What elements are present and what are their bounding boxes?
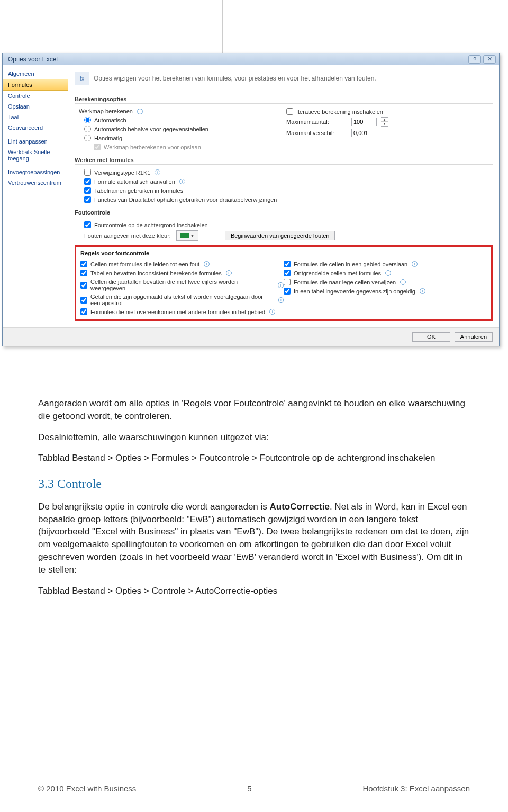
sidebar-item-lint[interactable]: Lint aanpassen [3,136,68,147]
rule-check-right-0[interactable] [284,261,291,267]
page-footer: © 2010 Excel with Business 5 Hoofdstuk 3… [38,784,470,793]
document-body: Aangeraden wordt om alle opties in 'Rege… [38,397,470,608]
dialog-titlebar[interactable]: Opties voor Excel ? ✕ [3,53,499,65]
doc-heading-3-3: 3.3 Controle [38,475,470,493]
info-icon[interactable]: i [226,270,232,276]
info-icon[interactable]: i [412,261,418,267]
formulas-pane-icon: fx [75,72,89,85]
error-color-label: Fouten aangeven met deze kleur: [84,233,171,239]
spinner-up-icon[interactable]: ▲ [381,118,388,122]
error-color-picker[interactable]: ▼ [176,230,198,241]
checkbox-recalc-save [94,144,101,150]
info-icon[interactable]: i [420,288,425,294]
error-rules-highlight-box: Regels voor foutcontrole Cellen met form… [75,245,493,321]
info-icon[interactable]: i [278,282,284,288]
info-icon[interactable]: i [269,309,275,315]
color-swatch-icon [180,233,189,238]
info-icon[interactable]: i [400,279,406,285]
chevron-down-icon: ▼ [190,234,194,238]
footer-right: Hoofdstuk 3: Excel aanpassen [362,784,470,793]
ok-button[interactable]: OK [412,332,450,342]
dialog-sidebar: Algemeen Formules Controle Opslaan Taal … [3,65,68,327]
section-formulas-header: Werken met formules [75,156,493,165]
help-icon[interactable]: ? [468,55,481,64]
spinner-down-icon[interactable]: ▼ [381,122,388,126]
sidebar-item-taal[interactable]: Taal [3,112,68,122]
sidebar-item-controle[interactable]: Controle [3,91,68,101]
doc-paragraph-1: Aangeraden wordt om alle opties in 'Rege… [38,397,470,423]
rule-check-left-3[interactable] [80,297,87,304]
sidebar-item-opslaan[interactable]: Opslaan [3,101,68,112]
section-calc-header: Berekeningsopties [75,95,493,104]
max-iter-label: Maximumaantal: [286,119,347,125]
checkbox-autocomplete[interactable] [84,178,91,185]
sidebar-item-vertrouwen[interactable]: Vertrouwenscentrum [3,177,68,188]
cancel-button[interactable]: Annuleren [455,332,493,342]
doc-paragraph-3: De belangrijkste optie in controle die w… [38,501,470,576]
section-errcheck-header: Foutcontrole [75,208,493,217]
sidebar-item-algemeen[interactable]: Algemeen [3,68,68,79]
max-change-input[interactable] [351,129,382,137]
checkbox-iterative[interactable] [286,108,293,115]
checkbox-bg-errcheck[interactable] [84,221,91,228]
rule-check-left-4[interactable] [80,308,87,315]
rule-check-right-1[interactable] [284,270,291,276]
rule-check-left-1[interactable] [80,270,87,276]
checkbox-tablenames[interactable] [84,187,91,194]
close-icon[interactable]: ✕ [483,55,496,64]
info-icon[interactable]: i [204,261,210,267]
radio-manual[interactable] [84,135,91,141]
doc-paragraph-2-intro: Desalniettemin, alle waarschuwingen kunn… [38,431,470,444]
footer-left: © 2010 Excel with Business [38,784,136,793]
info-icon[interactable]: i [179,179,185,184]
radio-auto-except[interactable] [84,126,91,132]
radio-auto[interactable] [84,117,91,123]
doc-path-1: Tabblad Bestand > Opties > Formules > Fo… [38,452,470,465]
info-icon[interactable]: i [137,109,143,114]
checkbox-r1c1[interactable] [84,169,91,176]
dialog-main-pane: fx Opties wijzigen voor het berekenen va… [68,65,499,327]
calc-group-label: Werkmap berekenen [79,108,133,114]
rule-check-right-3[interactable] [284,288,291,295]
footer-page-number: 5 [247,784,251,793]
section-rules-header: Regels voor foutcontrole [80,250,487,256]
info-icon[interactable]: i [385,270,391,276]
rule-check-right-2[interactable] [284,279,291,285]
info-icon[interactable]: i [155,169,160,175]
excel-options-dialog: Opties voor Excel ? ✕ Algemeen Formules … [2,53,500,346]
max-iter-input[interactable] [351,118,377,126]
checkbox-pivot[interactable] [84,196,91,203]
max-change-label: Maximaal verschil: [286,130,347,136]
sidebar-item-geavanceerd[interactable]: Geavanceerd [3,122,68,133]
sidebar-item-invoeg[interactable]: Invoegtoepassingen [3,167,68,177]
reset-ignored-errors-button[interactable]: Beginwaarden van genegeerde fouten [225,231,335,240]
doc-path-2: Tabblad Bestand > Opties > Controle > Au… [38,585,470,597]
pane-description: Opties wijzigen voor het berekenen van f… [94,75,376,82]
rule-check-left-2[interactable] [80,282,87,289]
info-icon[interactable]: i [278,297,284,303]
rule-check-left-0[interactable] [80,261,87,267]
dialog-footer: OK Annuleren [3,327,499,346]
dialog-title: Opties voor Excel [8,56,58,63]
sidebar-item-werkbalk[interactable]: Werkbalk Snelle toegang [3,147,68,164]
sidebar-item-formules[interactable]: Formules [3,79,68,91]
